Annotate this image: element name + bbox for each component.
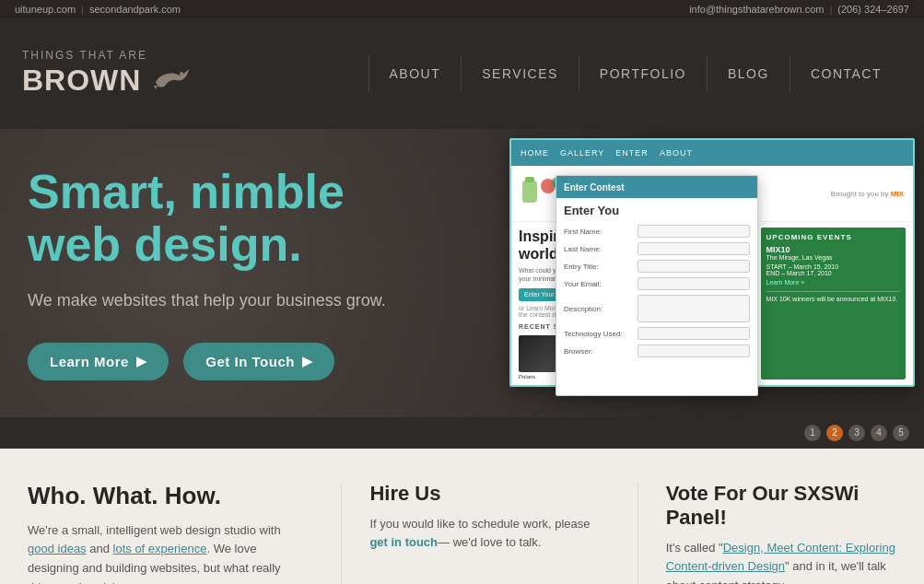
- logo-bottom-text: BROWN: [22, 65, 141, 95]
- hero-buttons: Learn More ▶ Get In Touch ▶: [28, 343, 415, 380]
- form-title: Enter You: [564, 204, 750, 217]
- vote-body: It's called "Design, Meet Content: Explo…: [666, 539, 896, 584]
- ss-event-start: START – March 15, 2010: [766, 263, 900, 270]
- ss-footer-note: MIX 10K winners will be announced at MIX…: [766, 291, 900, 302]
- nav-services[interactable]: SERVICES: [461, 55, 579, 92]
- form-label-browser: Browser:: [564, 347, 637, 356]
- main-nav: ABOUT SERVICES PORTFOLIO BLOG CONTACT: [368, 55, 902, 92]
- nav-about[interactable]: ABOUT: [368, 55, 462, 92]
- ss-event-end: END – March 17, 2010: [766, 270, 900, 276]
- get-in-touch-button[interactable]: Get In Touch ▶: [183, 343, 334, 380]
- pagination-bar: 1 2 3 4 5: [0, 417, 924, 449]
- form-field-firstname[interactable]: [637, 225, 750, 238]
- ss-event-loc: The Mirage, Las Vegas: [766, 254, 900, 261]
- logo-top-text: THINGS THAT ARE: [22, 49, 193, 62]
- svg-point-0: [180, 72, 183, 76]
- good-ideas-link[interactable]: good ideas: [28, 542, 87, 555]
- learn-more-button[interactable]: Learn More ▶: [28, 343, 169, 380]
- lots-of-experience-link[interactable]: lots of experience: [113, 542, 207, 555]
- who-what-how-body: We're a small, intelligent web design st…: [28, 521, 304, 584]
- header: THINGS THAT ARE BROWN ABOUT SERVICES POR…: [0, 18, 924, 129]
- ss-learn-more-link: Learn More »: [766, 279, 900, 286]
- svg-rect-1: [522, 181, 537, 203]
- form-row-desc: Description:: [564, 295, 750, 322]
- learn-more-label: Learn More: [50, 354, 129, 369]
- form-field-email[interactable]: [637, 277, 750, 290]
- form-field-desc[interactable]: [637, 295, 750, 322]
- vote-title: Vote For Our SXSWi Panel!: [666, 482, 896, 530]
- form-label-firstname: First Name:: [564, 228, 637, 236]
- body-text-2: and: [87, 542, 113, 555]
- ss-upcoming-title: UPCOMING EVENTS: [766, 233, 900, 241]
- hero-section: Smart, nimble web design. We make websit…: [0, 129, 924, 417]
- form-field-title[interactable]: [637, 260, 750, 273]
- hero-images: HOME GALLERY ENTER ABOUT: [408, 129, 924, 417]
- arrow-right-icon: ▶: [136, 354, 147, 368]
- form-label-email: Your Email:: [564, 280, 637, 288]
- separator: |: [81, 4, 84, 15]
- get-in-touch-label: Get In Touch: [205, 354, 295, 369]
- svg-rect-2: [525, 177, 534, 182]
- form-field-lastname[interactable]: [637, 242, 750, 255]
- nav-contact[interactable]: CONTACT: [789, 55, 902, 92]
- top-bar-links: uituneup.com | secondandpark.com: [15, 4, 181, 15]
- logo: THINGS THAT ARE BROWN: [22, 49, 193, 99]
- form-row-email: Your Email:: [564, 277, 750, 290]
- form-row-title: Entry Title:: [564, 260, 750, 273]
- form-field-browser[interactable]: [637, 345, 750, 357]
- form-row-firstname: First Name:: [564, 225, 750, 238]
- hire-us-body: If you would like to schedule work, plea…: [369, 515, 600, 554]
- ss-nav-about: ABOUT: [660, 148, 693, 158]
- link-uituneup[interactable]: uituneup.com: [15, 4, 76, 15]
- link-secondandpark[interactable]: secondandpark.com: [89, 4, 181, 15]
- phone-number: (206) 324–2697: [837, 4, 909, 15]
- form-row-lastname: Last Name:: [564, 242, 750, 255]
- nav-portfolio[interactable]: PORTFOLIO: [579, 55, 707, 92]
- top-bar: uituneup.com | secondandpark.com info@th…: [0, 0, 924, 18]
- form-header: Enter Contest: [556, 176, 757, 198]
- form-row-browser: Browser:: [564, 345, 750, 357]
- get-in-touch-link[interactable]: get in touch: [369, 535, 438, 549]
- ss-nav-gallery: GALLERY: [560, 148, 604, 158]
- screenshot-front: Enter Contest Enter You First Name: Last…: [556, 175, 758, 396]
- top-bar-contact: info@thingsthatarebrown.com | (206) 324–…: [689, 4, 909, 15]
- ss-nav-enter: ENTER: [615, 148, 649, 158]
- ss-nav-home: HOME: [520, 148, 549, 158]
- page-4[interactable]: 4: [871, 425, 887, 441]
- form-label-tech: Technology Used:: [564, 330, 637, 338]
- form-row-tech: Technology Used:: [564, 327, 750, 340]
- form-header-text: Enter Contest: [564, 182, 625, 193]
- ss-upcoming-events: UPCOMING EVENTS MIX10 The Mirage, Las Ve…: [761, 228, 906, 380]
- page-5[interactable]: 5: [893, 425, 909, 441]
- body-text-1: We're a small, intelligent web design st…: [28, 523, 281, 537]
- content-section: Who. What. How. We're a small, intellige…: [0, 449, 924, 584]
- email-link[interactable]: info@thingsthatarebrown.com: [689, 4, 824, 15]
- hero-content: Smart, nimble web design. We make websit…: [28, 166, 415, 380]
- hire-body-text: If you would like to schedule work, plea…: [369, 517, 590, 531]
- ss-event-name: MIX10: [766, 245, 900, 254]
- page-1[interactable]: 1: [804, 425, 821, 441]
- ss-tagline: Brought to you by MIX: [831, 190, 904, 198]
- bird-icon: [148, 62, 193, 99]
- form-label-desc: Description:: [564, 305, 637, 313]
- form-label-lastname: Last Name:: [564, 245, 637, 253]
- who-what-how-column: Who. What. How. We're a small, intellige…: [28, 482, 304, 584]
- form-field-tech[interactable]: [637, 327, 750, 340]
- hire-us-column: Hire Us If you would like to schedule wo…: [341, 482, 600, 584]
- hire-us-title: Hire Us: [369, 482, 600, 506]
- hero-headline: Smart, nimble web design.: [28, 166, 415, 271]
- vote-body-text: It's called ": [666, 541, 723, 555]
- hero-subheadline: We make websites that help your business…: [28, 289, 415, 312]
- nav-blog[interactable]: BLOG: [707, 55, 789, 92]
- separator2: |: [829, 4, 832, 15]
- form-body: Enter You First Name: Last Name: Entry T…: [556, 198, 757, 368]
- who-what-how-title: Who. What. How.: [28, 482, 304, 510]
- screenshot-nav: HOME GALLERY ENTER ABOUT: [511, 140, 913, 166]
- arrow-right-icon2: ▶: [302, 354, 313, 368]
- hire-body-text-2: — we'd love to talk.: [438, 535, 541, 549]
- page-3[interactable]: 3: [848, 425, 865, 441]
- form-label-title: Entry Title:: [564, 263, 637, 271]
- vote-column: Vote For Our SXSWi Panel! It's called "D…: [637, 482, 896, 584]
- page-2[interactable]: 2: [826, 425, 843, 441]
